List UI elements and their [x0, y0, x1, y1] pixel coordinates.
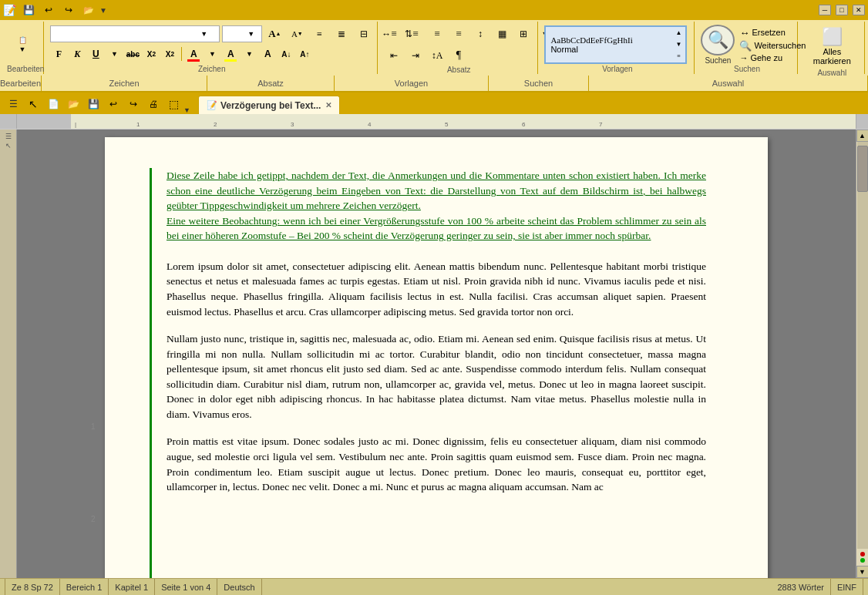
style-preview[interactable]: AaBbCcDdEeFfGgHhIi Normal ▲ ▼ ≡ [544, 25, 687, 64]
style-scroll-up[interactable]: ▲ [675, 29, 681, 36]
ribbon: 📋▼ Bearbeiten Times New Roman ▼ 10 ▼ A▲ [0, 20, 868, 76]
toolbar-icon-print[interactable]: 🖨 [143, 94, 163, 114]
close-btn[interactable]: ✕ [853, 5, 865, 15]
doc-content: Diese Zeile habe ich getippt, nachdem de… [167, 168, 706, 495]
font-size-dropdown-btn[interactable]: ▼ [247, 30, 254, 38]
sidebar-icon-2[interactable]: ↖ [5, 142, 12, 150]
char-shrink-btn[interactable]: A↓ [278, 45, 294, 62]
replace-btn[interactable]: ↔ Ersetzen [739, 27, 806, 39]
font-color-btn[interactable]: A [185, 45, 202, 62]
font-name-field[interactable]: Times New Roman ▼ [50, 25, 220, 42]
scroll-dots [860, 549, 865, 566]
toolbar-icon-arrow[interactable]: ☰ [3, 94, 23, 114]
scroll-down-btn[interactable]: ▼ [856, 566, 869, 578]
list-btn1[interactable]: ≡ [309, 24, 329, 44]
right-scrollbar[interactable]: ▲ ▼ [856, 129, 868, 578]
font-size-input[interactable]: 10 [224, 29, 247, 39]
doc-tab-close[interactable]: ✕ [325, 101, 331, 109]
save-btn[interactable]: 💾 [21, 2, 36, 18]
highlight-dropdown[interactable]: ▼ [241, 45, 257, 62]
minimize-btn[interactable]: ─ [819, 5, 831, 15]
toolbar-more-btn[interactable]: ▼ [183, 106, 190, 114]
align-justify-btn[interactable]: ≡ [449, 24, 469, 44]
indent-inc-btn[interactable]: ⇥ [405, 45, 426, 66]
sidebar-icon-1[interactable]: ☰ [5, 133, 12, 140]
more-btn[interactable]: ▼ [99, 6, 107, 15]
toolbar-icon-open[interactable]: 📂 [63, 94, 83, 114]
list-btn3[interactable]: ⊟ [354, 24, 374, 44]
toolbar-icon-undo[interactable]: ↩ [103, 94, 123, 114]
document-area[interactable]: 1 2 3 Diese Zeile habe ich getippt, nach… [17, 129, 856, 578]
grow-font-btn[interactable]: A▲ [264, 24, 284, 44]
underline-dropdown[interactable]: ▼ [106, 45, 123, 62]
line-spacing-btn[interactable]: ↕ [470, 24, 490, 44]
ruler: | 1 2 3 4 5 6 7 [0, 114, 868, 129]
clipboard-btn[interactable]: 📋▼ [7, 26, 38, 63]
sep1 [181, 47, 182, 61]
gutter-2: 2 [91, 515, 96, 523]
align-left-btn[interactable]: ≡ [384, 24, 404, 44]
para1: Lorem ipsum dolor sit amet, consectetuer… [167, 259, 706, 319]
left-margin-bar [150, 168, 152, 578]
group-zeichen: Times New Roman ▼ 10 ▼ A▲ A▼ ≡ ≣ ⊟ ↔ ⇅ [46, 22, 378, 74]
search-icon[interactable]: 🔍 [701, 25, 735, 55]
shade-btn[interactable]: ▦ [492, 24, 512, 44]
list-btn2[interactable]: ≣ [331, 24, 352, 44]
group-vorlagen: AaBbCcDdEeFfGgHhIi Normal ▲ ▼ ≡ Vorlagen [540, 22, 695, 74]
main-area: ☰ ↖ 1 2 3 Diese Zeile habe ich getippt, … [0, 129, 868, 578]
char-format-btn[interactable]: A [259, 45, 276, 62]
absatz-label: Absatz [207, 76, 335, 91]
font-size-field[interactable]: 10 ▼ [222, 25, 262, 42]
style-expand[interactable]: ≡ [677, 52, 681, 59]
toolbar-icon-redo[interactable]: ↪ [123, 94, 143, 114]
find-next-btn[interactable]: 🔍 Weitersuchen [739, 40, 806, 52]
superscript-btn[interactable]: X2 [161, 45, 178, 62]
italic-btn[interactable]: K [69, 45, 86, 62]
app-icon: 📝 [3, 4, 16, 17]
indent-dec-btn[interactable]: ⇤ [384, 45, 404, 66]
pilcrow-btn[interactable]: ¶ [449, 45, 469, 66]
tab-bar: ☰ ↖ 📄 📂 💾 ↩ ↪ 🖨 ⬚ ▼ 📝 Verzögerung bei Te… [0, 92, 868, 114]
goto-btn[interactable]: → Gehe zu [739, 53, 806, 62]
scrollbar-thumb[interactable] [857, 146, 868, 192]
toolbar-icon-cursor2[interactable]: ⬚ [163, 94, 183, 114]
font-name-dropdown-btn[interactable]: ▼ [200, 30, 207, 38]
font-name-input[interactable]: Times New Roman [54, 29, 200, 39]
green-text: Diese Zeile habe ich getippt, nachdem de… [167, 170, 706, 241]
toolbar-icon-new[interactable]: 📄 [43, 94, 63, 114]
font-color-dropdown[interactable]: ▼ [204, 45, 220, 62]
gutter-1: 1 [91, 422, 96, 431]
scroll-dot-green [860, 558, 865, 563]
replace-label: Ersetzen [752, 28, 785, 37]
select-all-btn[interactable]: ⬜ Alles markieren [804, 24, 860, 69]
suchen-label: Suchen [705, 56, 731, 65]
document-tab[interactable]: 📝 Verzögerung bei Text... ✕ [198, 96, 340, 114]
redo-btn[interactable]: ↪ [61, 2, 76, 18]
toolbar-icon-save[interactable]: 💾 [83, 94, 103, 114]
sort-btn[interactable]: ↕A [427, 45, 447, 66]
shrink-font-btn[interactable]: A▼ [287, 24, 307, 44]
scroll-dot-red [860, 552, 865, 556]
align-right-btn[interactable]: ≡ [427, 24, 447, 44]
group-suchen: 🔍 Suchen ↔ Ersetzen 🔍 Weitersuchen → Geh… [697, 22, 797, 74]
undo-btn[interactable]: ↩ [41, 2, 56, 18]
style-scroll-down[interactable]: ▼ [675, 41, 681, 48]
scroll-up-btn[interactable]: ▲ [856, 129, 869, 142]
find-next-label: Weitersuchen [754, 41, 806, 50]
strikethrough-btn[interactable]: abc [124, 45, 141, 62]
group-absatz: ≡ ≡ ≡ ≡ ↕ ▦ ⊞ ▼ ⇤ ⇥ ↕A ¶ Absatz [380, 22, 538, 74]
open-btn[interactable]: 📂 [81, 2, 96, 18]
bold-btn[interactable]: F [50, 45, 67, 62]
para3: Proin mattis est vitae ipsum. Donec soda… [167, 434, 706, 494]
scrollbar-track[interactable] [857, 142, 868, 549]
toolbar-icon-cursor[interactable]: ↖ [23, 94, 43, 114]
find-next-icon: 🔍 [739, 40, 752, 52]
bearbeiten-label: Bearbeiten [0, 76, 42, 91]
underline-btn[interactable]: U [87, 45, 104, 62]
char-grow-btn[interactable]: A↑ [296, 45, 313, 62]
border-btn[interactable]: ⊞ [513, 24, 533, 44]
maximize-btn[interactable]: □ [836, 5, 848, 15]
highlight-btn[interactable]: A [222, 45, 239, 62]
subscript-btn[interactable]: X2 [143, 45, 160, 62]
align-center-btn[interactable]: ≡ [405, 24, 426, 44]
